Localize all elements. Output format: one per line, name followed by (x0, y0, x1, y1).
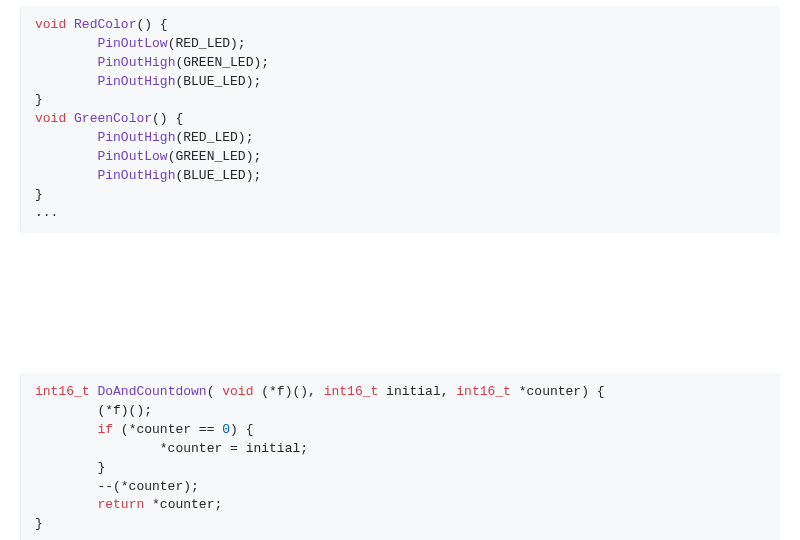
function-name: GreenColor (74, 111, 152, 126)
code-text: *counter) { (511, 384, 605, 399)
keyword: void (35, 17, 66, 32)
keyword: void (222, 384, 253, 399)
number: 0 (222, 422, 230, 437)
code-text: (GREEN_LED); (168, 149, 262, 164)
code-text: *counter = initial; (35, 441, 308, 456)
call: PinOutHigh (97, 130, 175, 145)
code-text: } (35, 187, 43, 202)
call: PinOutHigh (97, 55, 175, 70)
type: int16_t (35, 384, 90, 399)
keyword: return (97, 497, 144, 512)
function-name: RedColor (74, 17, 136, 32)
code-text: (*counter == (113, 422, 222, 437)
code-text: (*f)(); (35, 403, 152, 418)
keyword: if (97, 422, 113, 437)
code-text: } (35, 460, 105, 475)
call: PinOutHigh (97, 168, 175, 183)
code-text: () { (136, 17, 167, 32)
code-text: } (35, 92, 43, 107)
code-text: *counter; (144, 497, 222, 512)
code-text: ( (207, 384, 223, 399)
code-block-countdown: int16_t DoAndCountdown( void (*f)(), int… (20, 373, 780, 540)
ellipsis: ... (35, 205, 58, 220)
code-text: (BLUE_LED); (175, 168, 261, 183)
call: PinOutLow (97, 36, 167, 51)
code-text (35, 497, 97, 512)
function-name: DoAndCountdown (97, 384, 206, 399)
call: PinOutLow (97, 149, 167, 164)
blank-gap (20, 233, 780, 373)
code-text: --(*counter); (35, 479, 199, 494)
code-text: initial, (378, 384, 456, 399)
code-text: (*f)(), (253, 384, 323, 399)
code-text: } (35, 516, 43, 531)
code-text: (BLUE_LED); (175, 74, 261, 89)
call: PinOutHigh (97, 74, 175, 89)
keyword: void (35, 111, 66, 126)
code-text: (GREEN_LED); (175, 55, 269, 70)
type: int16_t (324, 384, 379, 399)
code-text: ) { (230, 422, 253, 437)
code-text: () { (152, 111, 183, 126)
code-text: (RED_LED); (175, 130, 253, 145)
type: int16_t (456, 384, 511, 399)
code-text: (RED_LED); (168, 36, 246, 51)
code-block-colors: void RedColor() { PinOutLow(RED_LED); Pi… (20, 6, 780, 233)
code-text (35, 422, 97, 437)
